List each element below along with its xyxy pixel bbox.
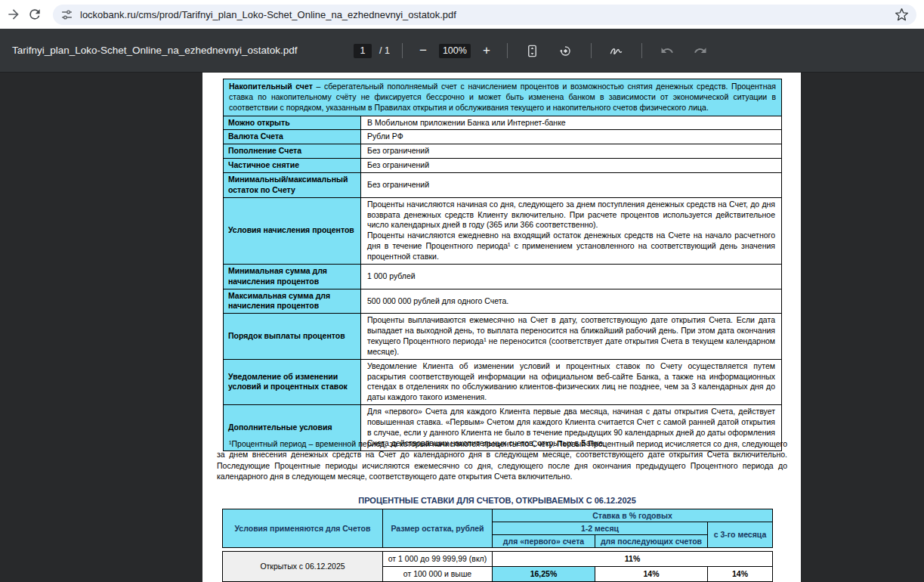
- header-conditions: Условия применяются для Счетов: [223, 509, 383, 548]
- bookmark-star-icon[interactable]: [895, 8, 909, 22]
- table-row: Условия начисления процентов Проценты на…: [224, 197, 782, 264]
- url-text[interactable]: lockobank.ru/cms/prod/Tarifnyi_plan_Loko…: [80, 9, 895, 20]
- row-value: Рубли РФ: [361, 130, 782, 144]
- zoom-in-button[interactable]: +: [478, 43, 495, 58]
- row-value: Без ограничений: [361, 159, 782, 173]
- table-row: Минимальный/максимальный остаток по Счет…: [224, 173, 782, 198]
- row-value: Проценты выплачиваются ежемесячно на Сче…: [361, 314, 782, 359]
- header-next-accounts: для последующих счетов: [595, 535, 708, 548]
- row-label: Условия начисления процентов: [224, 197, 361, 264]
- rotate-icon: [558, 44, 573, 58]
- toolbar-divider: [641, 43, 642, 58]
- table-row: Порядок выплаты процентов Проценты выпла…: [224, 314, 782, 359]
- forward-icon[interactable]: [6, 7, 21, 22]
- conditions-table: Накопительный счет – сберегательный попо…: [223, 79, 782, 451]
- row-label: Можно открыть: [224, 116, 361, 130]
- page-number-input[interactable]: 1: [354, 44, 372, 58]
- row-label: Уведомление об изменении условий и проце…: [224, 359, 361, 404]
- rates-balance-tier2: от 100 000 и выше: [383, 567, 493, 582]
- row-label: Минимальная сумма для начисления процент…: [224, 264, 361, 289]
- rotate-button[interactable]: [553, 38, 579, 63]
- table-row: Открытых с 06.12.2025 от 1 000 до 99 999…: [223, 552, 773, 567]
- rates-data-table: Открытых с 06.12.2025 от 1 000 до 99 999…: [222, 551, 773, 582]
- rates-tier2-first: 16,25%: [493, 567, 595, 582]
- table-row: Пополнение Счета Без ограничений: [224, 144, 782, 159]
- toolbar-divider: [402, 43, 403, 58]
- reload-icon[interactable]: [27, 7, 42, 22]
- zoom-level-input[interactable]: 100%: [439, 44, 471, 58]
- row-value: Уведомление Клиента об изменении условий…: [361, 359, 782, 404]
- undo-button[interactable]: [654, 38, 680, 63]
- pdf-filename: Tarifnyi_plan_Loko-Schet_Online_na_ezhed…: [12, 45, 298, 56]
- table-row: Можно открыть В Мобильном приложении Бан…: [224, 116, 782, 130]
- row-label: Пополнение Счета: [224, 144, 361, 159]
- row-value: 1 000 рублей: [361, 264, 782, 289]
- redo-icon: [694, 44, 707, 57]
- address-bar[interactable]: lockobank.ru/cms/prod/Tarifnyi_plan_Loko…: [53, 5, 916, 25]
- fit-to-page-icon: [525, 44, 539, 58]
- footnote-text: ¹Процентный период – временной период, з…: [217, 439, 787, 481]
- header-balance: Размер остатка, рублей: [383, 509, 493, 548]
- undo-icon: [660, 44, 674, 57]
- rates-condition: Открытых с 06.12.2025: [223, 552, 383, 582]
- rates-header-table: Условия применяются для Счетов Размер ос…: [222, 509, 773, 548]
- table-row: Частичное снятие Без ограничений: [224, 159, 782, 173]
- rates-tier1-all: 11%: [493, 552, 773, 567]
- site-controls-icon[interactable]: [60, 8, 73, 21]
- row-value-paragraph: Проценты начисляются ежедневно на входящ…: [367, 231, 775, 262]
- row-label: Частичное снятие: [224, 159, 361, 173]
- rates-balance-tier1: от 1 000 до 99 999,99 (вкл): [383, 552, 493, 567]
- row-label: Максимальная сумма для начисления процен…: [224, 289, 361, 314]
- row-value-paragraph: Проценты начисляются начиная со дня, сле…: [367, 200, 775, 231]
- row-value: Без ограничений: [361, 173, 782, 198]
- rates-tier2-next: 14%: [595, 567, 708, 582]
- redo-button[interactable]: [688, 38, 713, 63]
- table-row: Уведомление об изменении условий и проце…: [224, 359, 782, 404]
- row-value: 500 000 000 рублей для одного Счета.: [361, 289, 782, 314]
- table-row: Максимальная сумма для начисления процен…: [224, 289, 782, 314]
- row-label: Валюта Счета: [224, 130, 361, 144]
- browser-topbar: lockobank.ru/cms/prod/Tarifnyi_plan_Loko…: [0, 0, 924, 29]
- page-count-label: / 1: [379, 45, 390, 56]
- row-value: В Мобильном приложении Банка или Интерне…: [361, 116, 782, 130]
- rates-table-title: ПРОЦЕНТНЫЕ СТАВКИ ДЛЯ СЧЕТОВ, ОТКРЫВАЕМЫ…: [222, 496, 772, 505]
- row-label: Минимальный/максимальный остаток по Счет…: [224, 173, 361, 198]
- row-value: Без ограничений: [361, 144, 782, 159]
- rates-tier2-from3: 14%: [708, 567, 773, 582]
- pdf-page: Накопительный счет – сберегательный попо…: [202, 73, 801, 582]
- table-row: Условия применяются для Счетов Размер ос…: [223, 509, 773, 522]
- row-value: Проценты начисляются начиная со дня, сле…: [361, 197, 782, 264]
- pdf-toolbar: Tarifnyi_plan_Loko-Schet_Online_na_ezhed…: [0, 29, 924, 73]
- draw-pen-icon: [608, 43, 624, 59]
- fit-to-page-button[interactable]: [520, 38, 545, 63]
- table-row: Минимальная сумма для начисления процент…: [224, 264, 782, 289]
- toolbar-divider: [591, 43, 592, 58]
- header-rate-group: Ставка в % годовых: [493, 509, 773, 522]
- screen: lockobank.ru/cms/prod/Tarifnyi_plan_Loko…: [0, 0, 924, 582]
- table-row: Накопительный счет – сберегательный попо…: [224, 79, 782, 116]
- intro-lead: Накопительный счет: [229, 82, 313, 91]
- header-months-1-2: 1-2 месяц: [493, 522, 708, 535]
- header-from-month-3: с 3-го месяца: [708, 522, 773, 548]
- row-label: Порядок выплаты процентов: [224, 314, 361, 359]
- toolbar-divider: [507, 43, 508, 58]
- intro-cell: Накопительный счет – сберегательный попо…: [224, 79, 782, 116]
- header-first-account: для «первого» счета: [493, 535, 595, 548]
- table-row: Валюта Счета Рубли РФ: [224, 130, 782, 144]
- annotate-button[interactable]: [604, 38, 629, 63]
- zoom-out-button[interactable]: −: [415, 43, 431, 58]
- pdf-toolbar-controls: 1 / 1 − 100% +: [354, 29, 713, 73]
- pdf-viewer[interactable]: Накопительный счет – сберегательный попо…: [0, 73, 924, 582]
- footnote: ¹Процентный период – временной период, з…: [217, 438, 787, 482]
